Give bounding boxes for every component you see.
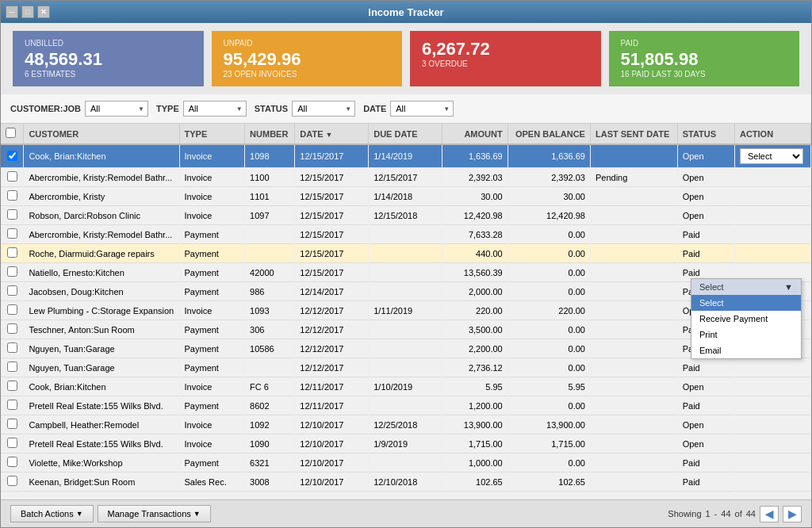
table-row: Abercrombie, Kristy:Remodel Bathr... Pay… (1, 225, 811, 244)
date-select[interactable]: All (390, 101, 454, 117)
row-checkbox-cell[interactable] (1, 282, 24, 301)
unpaid-sub: 23 OPEN INVOICES (224, 70, 391, 78)
row-type: Payment (179, 263, 245, 282)
row-checkbox[interactable] (7, 247, 17, 258)
row-number: 1101 (245, 187, 295, 206)
next-page-button[interactable]: ▶ (783, 506, 802, 522)
row-action (734, 396, 810, 415)
row-type: Invoice (179, 301, 245, 320)
overdue-card: 6,267.72 3 OVERDUE (410, 31, 601, 86)
row-checkbox-cell[interactable] (1, 434, 24, 453)
transactions-table-container: CUSTOMER TYPE NUMBER DATE ▼ DUE DATE AMO… (1, 124, 811, 499)
row-checkbox[interactable] (7, 457, 17, 467)
row-checkbox-cell[interactable] (1, 301, 24, 320)
row-checkbox-cell[interactable] (1, 263, 24, 282)
col-header-type[interactable]: TYPE (179, 124, 245, 144)
dropdown-item-print[interactable]: Print (691, 327, 801, 342)
row-checkbox-cell[interactable] (1, 187, 24, 206)
col-header-due-date[interactable]: DUE DATE (369, 124, 442, 144)
row-amount: 2,200.00 (442, 339, 508, 358)
row-action (734, 225, 810, 244)
row-action (734, 415, 810, 434)
row-amount: 2,000.00 (442, 282, 508, 301)
row-checkbox[interactable] (7, 323, 17, 334)
col-header-date[interactable]: DATE ▼ (295, 124, 369, 144)
row-checkbox-cell[interactable] (1, 206, 24, 225)
select-all-header[interactable] (1, 124, 24, 144)
row-checkbox-cell[interactable] (1, 244, 24, 263)
row-date: 12/15/2017 (295, 206, 369, 225)
row-checkbox-cell[interactable] (1, 168, 24, 187)
row-number: 1090 (245, 434, 295, 453)
customer-job-select[interactable]: All (85, 101, 148, 117)
row-checkbox-cell[interactable] (1, 225, 24, 244)
row-checkbox[interactable] (7, 209, 17, 220)
table-row: Roche, Diarmuid:Garage repairs Payment 1… (1, 244, 811, 263)
row-action (734, 377, 810, 396)
col-header-open-balance[interactable]: OPEN BALANCE (508, 124, 590, 144)
prev-page-button[interactable]: ◀ (760, 506, 779, 522)
row-checkbox[interactable] (7, 342, 17, 353)
row-checkbox[interactable] (7, 266, 17, 277)
showing-end: 44 (721, 509, 730, 518)
col-header-amount[interactable]: AMOUNT (442, 124, 508, 144)
overdue-sub: 3 OVERDUE (422, 59, 589, 68)
row-type: Payment (179, 358, 245, 377)
row-checkbox[interactable] (7, 304, 17, 315)
row-type: Payment (179, 453, 245, 473)
row-checkbox-cell[interactable] (1, 377, 24, 396)
select-all-checkbox[interactable] (6, 128, 16, 138)
row-checkbox[interactable] (7, 476, 17, 486)
row-customer: Teschner, Anton:Sun Room (24, 320, 179, 339)
row-checkbox-cell[interactable] (1, 320, 24, 339)
row-open-balance: 0.00 (508, 263, 590, 282)
row-checkbox[interactable] (7, 285, 17, 296)
row-checkbox-cell[interactable] (1, 358, 24, 377)
row-checkbox-cell[interactable] (1, 473, 24, 492)
col-header-status[interactable]: STATUS (677, 124, 734, 144)
row-checkbox-cell[interactable] (1, 415, 24, 434)
row-due-date (369, 282, 442, 301)
row-checkbox[interactable] (7, 190, 17, 201)
row-checkbox[interactable] (7, 171, 17, 182)
row-checkbox[interactable] (7, 151, 17, 161)
minimize-button[interactable]: ─ (6, 6, 18, 18)
action-select[interactable]: Select (740, 148, 803, 164)
row-number: 42000 (245, 263, 295, 282)
batch-actions-button[interactable]: Batch Actions ▼ (10, 505, 94, 522)
row-checkbox[interactable] (7, 400, 17, 410)
row-checkbox[interactable] (7, 362, 17, 372)
row-customer: Abercrombie, Kristy:Remodel Bathr... (24, 225, 179, 244)
dropdown-item-email[interactable]: Email (691, 342, 801, 358)
row-checkbox[interactable] (7, 419, 17, 429)
row-checkbox-cell[interactable] (1, 144, 24, 168)
row-amount: 1,000.00 (442, 453, 508, 473)
row-checkbox-cell[interactable] (1, 453, 24, 473)
col-header-number[interactable]: NUMBER (245, 124, 295, 144)
manage-transactions-button[interactable]: Manage Transactions ▼ (98, 505, 211, 522)
maximize-button[interactable]: □ (21, 6, 34, 18)
row-open-balance: 0.00 (508, 453, 590, 473)
row-checkbox[interactable] (7, 228, 17, 239)
date-filter: DATE All (363, 101, 454, 117)
dropdown-item-select[interactable]: Select (691, 295, 801, 311)
row-checkbox[interactable] (7, 381, 17, 391)
table-row: Lew Plumbing - C:Storage Expansion Invoi… (1, 301, 811, 320)
row-type: Invoice (179, 434, 245, 453)
col-header-last-sent[interactable]: LAST SENT DATE (590, 124, 677, 144)
close-button[interactable]: ✕ (37, 6, 50, 18)
row-amount: 440.00 (442, 244, 508, 263)
row-number: 6321 (245, 453, 295, 473)
row-checkbox-cell[interactable] (1, 396, 24, 415)
row-checkbox[interactable] (7, 438, 17, 448)
status-select[interactable]: All (292, 101, 355, 117)
row-amount: 7,633.28 (442, 225, 508, 244)
col-header-customer[interactable]: CUSTOMER (24, 124, 179, 144)
type-select[interactable]: All (183, 101, 247, 117)
dropdown-item-receive-payment[interactable]: Receive Payment (691, 311, 801, 327)
row-amount: 3,500.00 (442, 320, 508, 339)
row-number: 10586 (245, 339, 295, 358)
row-action (734, 453, 810, 473)
row-checkbox-cell[interactable] (1, 339, 24, 358)
row-amount: 1,636.69 (442, 144, 508, 168)
